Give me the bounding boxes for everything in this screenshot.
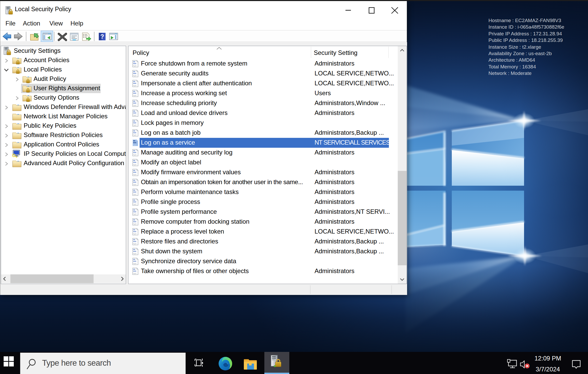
svg-text:?: ?: [100, 33, 104, 40]
